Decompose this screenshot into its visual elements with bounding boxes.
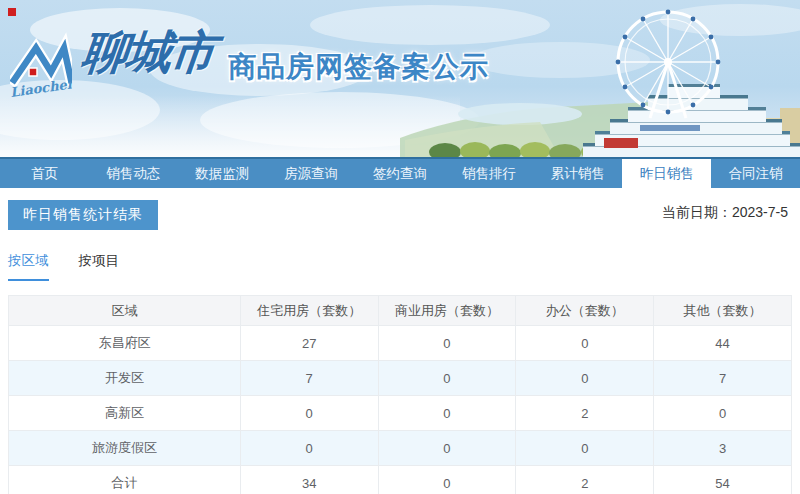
nav-item-contract-cancel[interactable]: 合同注销 — [711, 159, 800, 188]
value-cell: 0 — [378, 361, 516, 396]
section-title-badge: 昨日销售统计结果 — [8, 200, 158, 230]
value-cell: 0 — [378, 431, 516, 466]
value-cell: 0 — [516, 361, 654, 396]
table-row: 东昌府区 27 0 0 44 — [9, 326, 792, 361]
content-area: 昨日销售统计结果 当前日期：2023-7-5 按区域 按项目 区域 住宅用房（套… — [0, 188, 800, 494]
view-tabs: 按区域 按项目 — [8, 252, 792, 281]
table-row-total: 合计 34 0 2 54 — [9, 466, 792, 494]
site-title: 商品房网签备案公示 — [228, 48, 489, 86]
value-cell: 3 — [654, 431, 792, 466]
value-cell: 2 — [516, 466, 654, 494]
site-header: Liaocheng 聊城市 商品房网签备案公示 — [0, 0, 800, 157]
col-header-residential: 住宅用房（套数） — [240, 296, 378, 326]
region-cell: 合计 — [9, 466, 241, 494]
table-row: 高新区 0 0 2 0 — [9, 396, 792, 431]
value-cell: 7 — [240, 361, 378, 396]
nav-item-home[interactable]: 首页 — [0, 159, 89, 188]
nav-item-data-monitor[interactable]: 数据监测 — [178, 159, 267, 188]
value-cell: 27 — [240, 326, 378, 361]
region-cell: 东昌府区 — [9, 326, 241, 361]
value-cell: 0 — [378, 466, 516, 494]
value-cell: 0 — [378, 326, 516, 361]
nav-item-cumulative-sales[interactable]: 累计销售 — [533, 159, 622, 188]
value-cell: 0 — [240, 431, 378, 466]
corner-red-mark-icon — [8, 8, 16, 16]
value-cell: 0 — [654, 396, 792, 431]
value-cell: 54 — [654, 466, 792, 494]
table-header-row: 区域 住宅用房（套数） 商业用房（套数） 办公（套数） 其他（套数） — [9, 296, 792, 326]
liaocheng-logo-icon: Liaocheng — [10, 24, 72, 104]
horizon-haze — [0, 95, 460, 157]
value-cell: 2 — [516, 396, 654, 431]
tab-by-project[interactable]: 按项目 — [79, 252, 120, 281]
current-date-label: 当前日期：2023-7-5 — [662, 204, 788, 222]
value-cell: 0 — [378, 396, 516, 431]
table-row: 旅游度假区 0 0 0 3 — [9, 431, 792, 466]
value-cell: 0 — [240, 396, 378, 431]
nav-item-sales-ranking[interactable]: 销售排行 — [444, 159, 533, 188]
table-row: 开发区 7 0 0 7 — [9, 361, 792, 396]
tab-by-region[interactable]: 按区域 — [8, 252, 49, 281]
value-cell: 0 — [516, 431, 654, 466]
nav-item-contract-search[interactable]: 签约查询 — [356, 159, 445, 188]
value-cell: 34 — [240, 466, 378, 494]
col-header-commercial: 商业用房（套数） — [378, 296, 516, 326]
value-cell: 44 — [654, 326, 792, 361]
col-header-other: 其他（套数） — [654, 296, 792, 326]
main-nav: 首页 销售动态 数据监测 房源查询 签约查询 销售排行 累计销售 昨日销售 合同… — [0, 157, 800, 188]
sales-stats-table: 区域 住宅用房（套数） 商业用房（套数） 办公（套数） 其他（套数） 东昌府区 … — [8, 295, 792, 494]
col-header-office: 办公（套数） — [516, 296, 654, 326]
brand-row: Liaocheng 聊城市 商品房网签备案公示 — [10, 24, 489, 104]
value-cell: 7 — [654, 361, 792, 396]
region-cell: 旅游度假区 — [9, 431, 241, 466]
value-cell: 0 — [516, 326, 654, 361]
nav-item-listing-search[interactable]: 房源查询 — [267, 159, 356, 188]
col-header-region: 区域 — [9, 296, 241, 326]
nav-item-sales-news[interactable]: 销售动态 — [89, 159, 178, 188]
nav-item-yesterday-sales[interactable]: 昨日销售 — [622, 159, 711, 188]
city-name: 聊城市 — [79, 26, 217, 79]
region-cell: 高新区 — [9, 396, 241, 431]
region-cell: 开发区 — [9, 361, 241, 396]
